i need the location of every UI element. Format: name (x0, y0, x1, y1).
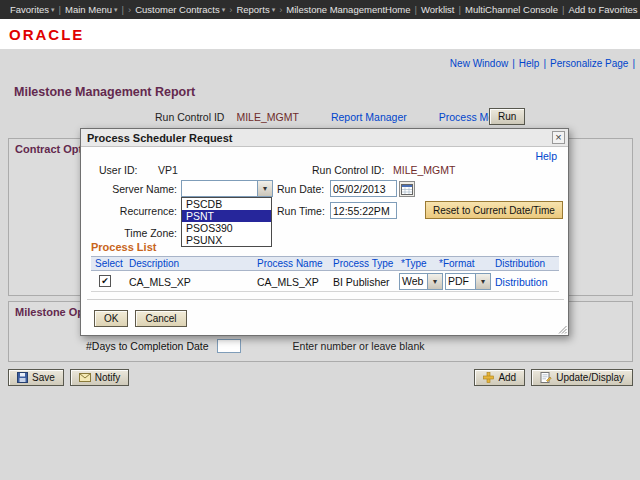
days-hint-text: Enter number or leave blank (293, 340, 425, 352)
divider (87, 299, 564, 300)
update-display-button[interactable]: Update/Display (531, 369, 633, 386)
breadcrumb-customer-contracts[interactable]: Customer Contracts ▾ (135, 4, 225, 15)
select-dropdown-button[interactable]: ▾ (257, 181, 272, 196)
col-process-type[interactable]: Process Type (333, 258, 393, 269)
help-link[interactable]: Help (519, 58, 540, 69)
dialog-titlebar: Process Scheduler Request × (81, 129, 568, 147)
oracle-logo: ORACLE (9, 26, 84, 43)
notify-button-label: Notify (95, 372, 121, 383)
menu-main-menu-label: Main Menu (65, 4, 112, 15)
dropdown-option-psnt[interactable]: PSNT (182, 210, 271, 222)
brand-bar: ORACLE (0, 19, 640, 49)
nav-multichannel-console[interactable]: MultiChannel Console (465, 4, 558, 15)
process-description: CA_MLS_XP (129, 276, 191, 288)
breadcrumb-chevron-icon: › (128, 4, 131, 15)
ok-button-label: OK (104, 313, 118, 324)
dialog-buttons: OK Cancel (94, 310, 187, 327)
breadcrumb: Favorites ▾ | Main Menu ▾ | › Customer C… (10, 4, 385, 15)
top-nav-bar: Favorites ▾ | Main Menu ▾ | › Customer C… (0, 0, 640, 19)
separator-pipe: | (543, 58, 546, 69)
output-type-value: Web (400, 274, 427, 289)
dropdown-option-psos390[interactable]: PSOS390 (182, 222, 271, 234)
col-process-name[interactable]: Process Name (257, 258, 323, 269)
output-type-select[interactable]: Web ▾ (399, 273, 443, 290)
server-name-select[interactable]: ▾ (181, 180, 273, 197)
separator-pipe: | (512, 58, 515, 69)
col-description[interactable]: Description (129, 258, 179, 269)
update-display-button-label: Update/Display (556, 372, 624, 383)
dropdown-option-psunx[interactable]: PSUNX (182, 234, 271, 246)
resize-grip[interactable] (557, 324, 567, 334)
run-button[interactable]: Run (489, 108, 525, 125)
separator-pipe: | (562, 4, 564, 15)
top-nav-links: Home | Worklist | MultiChannel Console |… (385, 4, 640, 15)
run-date-label: Run Date: (277, 183, 324, 195)
breadcrumb-chevron-icon: › (229, 4, 232, 15)
nav-add-to-favorites[interactable]: Add to Favorites (568, 4, 637, 15)
run-date-input[interactable] (330, 180, 397, 197)
run-time-input[interactable] (330, 202, 397, 219)
dialog-help-link[interactable]: Help (535, 150, 557, 162)
process-name: CA_MLS_XP (257, 276, 319, 288)
run-control-id-value: MILE_MGMT (236, 111, 298, 123)
save-button-label: Save (32, 372, 55, 383)
server-name-value (182, 181, 257, 196)
output-format-select[interactable]: PDF ▾ (445, 273, 491, 290)
notify-button[interactable]: Notify (70, 369, 130, 386)
nav-home[interactable]: Home (385, 4, 410, 15)
run-button-label: Run (498, 111, 516, 122)
menu-favorites[interactable]: Favorites ▾ (10, 4, 55, 15)
personalize-page-link[interactable]: Personalize Page (550, 58, 628, 69)
save-button[interactable]: Save (8, 369, 64, 386)
nav-worklist-label: Worklist (421, 4, 455, 15)
caret-down-icon: ▾ (263, 185, 267, 193)
report-manager-link[interactable]: Report Manager (331, 111, 407, 123)
caret-down-icon: ▾ (481, 278, 485, 286)
toolbar-left: Save Notify (8, 369, 129, 386)
reset-date-time-button[interactable]: Reset to Current Date/Time (425, 201, 563, 219)
recurrence-label: Recurrence: (83, 205, 177, 217)
run-time-label: Run Time: (277, 205, 325, 217)
add-button-label: Add (498, 372, 516, 383)
time-zone-label: Time Zone: (83, 227, 177, 239)
distribution-link[interactable]: Distribution (495, 276, 548, 288)
process-scheduler-dialog: Process Scheduler Request × Help User ID… (80, 128, 569, 336)
nav-worklist[interactable]: Worklist (421, 4, 455, 15)
caret-down-icon: ▾ (114, 6, 118, 13)
calendar-button[interactable] (399, 181, 415, 197)
caret-down-icon: ▾ (433, 278, 437, 286)
breadcrumb-reports[interactable]: Reports ▾ (236, 4, 275, 15)
process-grid-row: ✔ CA_MLS_XP CA_MLS_XP BI Publisher Web ▾… (91, 272, 559, 292)
breadcrumb-chevron-icon: › (279, 4, 282, 15)
nav-home-label: Home (385, 4, 410, 15)
output-format-value: PDF (446, 274, 475, 289)
dialog-title: Process Scheduler Request (87, 132, 233, 144)
select-dropdown-button[interactable]: ▾ (427, 274, 442, 289)
separator-pipe: | (414, 4, 416, 15)
nav-add-to-favorites-label: Add to Favorites (568, 4, 637, 15)
select-dropdown-button[interactable]: ▾ (475, 274, 490, 289)
user-id-value: VP1 (158, 164, 178, 176)
ok-button[interactable]: OK (94, 310, 128, 327)
dropdown-option-pscdb[interactable]: PSCDB (182, 198, 271, 210)
nav-multichannel-console-label: MultiChannel Console (465, 4, 558, 15)
application-window: Favorites ▾ | Main Menu ▾ | › Customer C… (0, 0, 640, 480)
menu-main-menu[interactable]: Main Menu ▾ (65, 4, 118, 15)
dialog-run-control-label: Run Control ID: (312, 164, 384, 176)
new-window-link[interactable]: New Window (450, 58, 508, 69)
col-select[interactable]: Select (95, 258, 123, 269)
caret-down-icon: ▾ (51, 6, 55, 13)
separator-pipe: | (459, 4, 461, 15)
cancel-button[interactable]: Cancel (135, 310, 186, 327)
col-distribution[interactable]: Distribution (495, 258, 545, 269)
process-select-checkbox[interactable]: ✔ (99, 275, 111, 287)
col-format[interactable]: *Format (439, 258, 475, 269)
add-button[interactable]: Add (474, 369, 525, 386)
dialog-run-control-value: MILE_MGMT (393, 164, 455, 176)
col-type[interactable]: *Type (401, 258, 427, 269)
process-list-title: Process List (91, 241, 156, 253)
close-icon: × (555, 132, 561, 143)
dialog-close-button[interactable]: × (552, 131, 565, 144)
days-to-completion-input[interactable] (217, 339, 241, 353)
separator-pipe: | (122, 4, 124, 15)
